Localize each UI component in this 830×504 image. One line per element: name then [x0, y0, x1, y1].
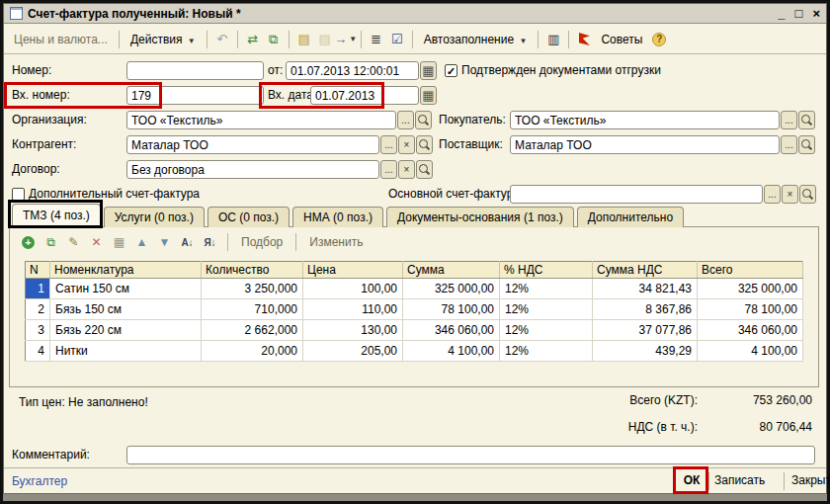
- table-row[interactable]: 2Бязь 150 см710,000110,0078 100,0012%8 3…: [26, 299, 803, 320]
- table-cell[interactable]: 1: [26, 279, 50, 299]
- tab-tmz[interactable]: ТМЗ (4 поз.): [12, 204, 101, 227]
- tab-additional[interactable]: Дополнительно: [577, 207, 684, 227]
- buyer-select-button[interactable]: ...: [781, 111, 797, 129]
- add-row-button[interactable]: +: [20, 234, 37, 251]
- table-cell[interactable]: 2: [26, 299, 50, 320]
- organization-select-button[interactable]: ...: [397, 111, 414, 129]
- change-button[interactable]: Изменить: [305, 235, 367, 249]
- sort-asc-button[interactable]: А↓: [179, 234, 196, 251]
- confirmed-checkbox[interactable]: ✓: [445, 64, 457, 77]
- table-cell[interactable]: 37 077,86: [593, 320, 698, 341]
- table-cell[interactable]: 4 100,00: [698, 341, 803, 362]
- buyer-input[interactable]: [510, 111, 780, 129]
- incoming-date-input[interactable]: [310, 86, 419, 105]
- comment-input[interactable]: [126, 446, 815, 464]
- table-cell[interactable]: 346 060,00: [403, 320, 500, 341]
- table-cell[interactable]: 12%: [500, 320, 593, 341]
- end-edit-button[interactable]: ▦: [111, 234, 127, 251]
- main-invoice-open-button[interactable]: [799, 185, 816, 204]
- supplier-select-button[interactable]: ...: [781, 135, 797, 154]
- table-cell[interactable]: 710,000: [202, 299, 303, 320]
- main-invoice-input[interactable]: [510, 185, 763, 204]
- table-cell[interactable]: 20,000: [202, 341, 303, 362]
- table-cell[interactable]: 78 100,00: [403, 299, 500, 320]
- table-cell[interactable]: 346 060,00: [698, 320, 803, 341]
- table-cell[interactable]: 130,00: [303, 320, 403, 341]
- close-form-button[interactable]: Закрыть: [791, 473, 830, 487]
- minimize-button[interactable]: _: [778, 6, 785, 22]
- organization-open-button[interactable]: [415, 111, 432, 129]
- incoming-number-input[interactable]: [126, 86, 264, 105]
- refresh-icon[interactable]: ⇄: [244, 31, 262, 48]
- list-structure-icon[interactable]: ≣: [368, 31, 385, 48]
- save-button[interactable]: Записать: [714, 473, 765, 487]
- table-cell[interactable]: Бязь 150 см: [50, 299, 202, 320]
- buyer-open-button[interactable]: [798, 111, 815, 129]
- table-cell[interactable]: 12%: [500, 279, 593, 299]
- table-cell[interactable]: 34 821,43: [593, 279, 698, 299]
- table-cell[interactable]: Сатин 150 см: [50, 279, 202, 299]
- edit-row-button[interactable]: ✎: [65, 234, 82, 251]
- main-invoice-clear-button[interactable]: ×: [782, 185, 798, 204]
- delete-row-button[interactable]: ✕: [88, 234, 105, 251]
- table-cell[interactable]: 3: [26, 320, 50, 341]
- table-row[interactable]: 3Бязь 220 см2 662,000130,00346 060,0012%…: [26, 320, 803, 341]
- contract-input[interactable]: [126, 160, 379, 179]
- tips-button[interactable]: Советы: [596, 31, 647, 48]
- table-cell[interactable]: 2 662,000: [202, 320, 303, 341]
- column-header[interactable]: N: [26, 262, 50, 279]
- reread-icon[interactable]: ↶: [213, 31, 231, 48]
- unpost-document-icon[interactable]: ▤: [316, 31, 334, 48]
- sort-desc-button[interactable]: Я↓: [202, 234, 218, 251]
- contract-open-button[interactable]: [416, 160, 433, 179]
- copy-row-button[interactable]: ⧉: [42, 234, 59, 251]
- contract-clear-button[interactable]: ×: [398, 160, 415, 179]
- table-cell[interactable]: Нитки: [50, 341, 202, 362]
- tab-nma[interactable]: НМА (0 поз.): [292, 207, 383, 227]
- close-button[interactable]: ×: [812, 6, 820, 22]
- column-header[interactable]: Сумма: [403, 262, 500, 279]
- contractor-input[interactable]: [126, 135, 379, 154]
- checkbox-list-icon[interactable]: ☑: [388, 31, 406, 48]
- post-document-icon[interactable]: ▤: [295, 31, 313, 48]
- table-cell[interactable]: 205,00: [303, 341, 403, 362]
- table-row[interactable]: 4Нитки20,000205,004 100,0012%439,294 100…: [26, 341, 803, 362]
- table-cell[interactable]: 12%: [500, 299, 593, 320]
- calendar-button[interactable]: ▦: [420, 86, 437, 105]
- contractor-clear-button[interactable]: ×: [398, 135, 415, 154]
- supplier-input[interactable]: [510, 135, 780, 154]
- tab-os[interactable]: ОС (0 поз.): [208, 207, 290, 227]
- column-header[interactable]: Количество: [202, 262, 303, 279]
- number-input[interactable]: [126, 61, 264, 80]
- table-cell[interactable]: 12%: [500, 341, 593, 362]
- pick-button[interactable]: Подбор: [237, 235, 287, 249]
- prices-currency-button[interactable]: Цены и валюта...: [9, 31, 113, 48]
- move-up-button[interactable]: ▲: [133, 234, 150, 251]
- table-cell[interactable]: 100,00: [303, 279, 403, 299]
- main-invoice-select-button[interactable]: ...: [764, 185, 781, 204]
- organization-input[interactable]: [126, 111, 396, 129]
- from-date-input[interactable]: [286, 61, 419, 80]
- column-header[interactable]: % НДС: [500, 262, 593, 279]
- table-cell[interactable]: Бязь 220 см: [50, 320, 202, 341]
- contract-select-button[interactable]: ...: [380, 160, 397, 179]
- table-cell[interactable]: 110,00: [303, 299, 403, 320]
- additional-invoice-checkbox[interactable]: [12, 188, 25, 201]
- supplier-open-button[interactable]: [798, 135, 815, 154]
- column-header[interactable]: Цена: [303, 262, 403, 279]
- contractor-select-button[interactable]: ...: [380, 135, 397, 154]
- calendar-button[interactable]: ▦: [420, 61, 437, 80]
- table-cell[interactable]: 78 100,00: [698, 299, 803, 320]
- tab-basis-documents[interactable]: Документы-основания (1 поз.): [386, 207, 574, 227]
- table-row[interactable]: 1Сатин 150 см3 250,000100,00325 000,0012…: [26, 279, 803, 299]
- table-cell[interactable]: 8 367,86: [593, 299, 698, 320]
- table-cell[interactable]: 439,29: [593, 341, 698, 362]
- tab-services[interactable]: Услуги (0 поз.): [104, 207, 205, 227]
- table-cell[interactable]: 4: [26, 341, 50, 362]
- copy-document-icon[interactable]: ⧉: [265, 31, 283, 48]
- report-icon[interactable]: ▥: [544, 31, 562, 48]
- table-cell[interactable]: 4 100,00: [403, 341, 500, 362]
- goto-icon[interactable]: →▼: [337, 31, 355, 48]
- help-icon[interactable]: ?: [650, 31, 668, 48]
- table-cell[interactable]: 3 250,000: [202, 279, 303, 299]
